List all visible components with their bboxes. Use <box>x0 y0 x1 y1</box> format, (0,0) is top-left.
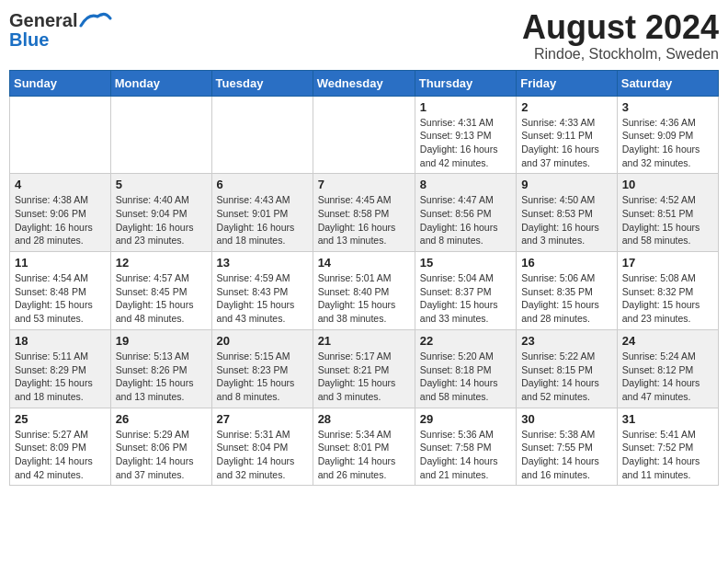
day-number: 18 <box>15 334 106 348</box>
day-info: Sunrise: 5:06 AM Sunset: 8:35 PM Dayligh… <box>521 271 612 326</box>
day-number: 22 <box>420 334 511 348</box>
day-number: 4 <box>15 178 106 191</box>
calendar-cell: 20Sunrise: 5:15 AM Sunset: 8:23 PM Dayli… <box>211 329 313 408</box>
day-info: Sunrise: 4:36 AM Sunset: 9:09 PM Dayligh… <box>622 116 713 170</box>
calendar-cell: 23Sunrise: 5:22 AM Sunset: 8:15 PM Dayli… <box>517 329 618 408</box>
calendar-cell: 8Sunrise: 4:47 AM Sunset: 8:56 PM Daylig… <box>415 174 516 252</box>
day-info: Sunrise: 5:22 AM Sunset: 8:15 PM Dayligh… <box>521 350 612 404</box>
day-number: 1 <box>420 100 511 114</box>
calendar-cell: 29Sunrise: 5:36 AM Sunset: 7:58 PM Dayli… <box>415 408 516 486</box>
calendar-cell <box>211 96 313 174</box>
day-info: Sunrise: 4:54 AM Sunset: 8:48 PM Dayligh… <box>15 271 106 326</box>
main-title: August 2024 <box>522 9 719 46</box>
calendar-cell: 22Sunrise: 5:20 AM Sunset: 8:18 PM Dayli… <box>415 329 516 408</box>
calendar-cell: 16Sunrise: 5:06 AM Sunset: 8:35 PM Dayli… <box>517 252 618 330</box>
calendar-table: SundayMondayTuesdayWednesdayThursdayFrid… <box>9 70 719 487</box>
day-number: 3 <box>622 100 713 114</box>
day-info: Sunrise: 5:01 AM Sunset: 8:40 PM Dayligh… <box>318 271 410 326</box>
day-info: Sunrise: 4:43 AM Sunset: 9:01 PM Dayligh… <box>217 193 308 247</box>
day-number: 15 <box>420 256 511 270</box>
calendar-cell: 31Sunrise: 5:41 AM Sunset: 7:52 PM Dayli… <box>617 408 718 486</box>
day-number: 14 <box>318 256 410 270</box>
calendar-header-friday: Friday <box>517 70 618 96</box>
calendar-cell: 26Sunrise: 5:29 AM Sunset: 8:06 PM Dayli… <box>110 408 211 486</box>
day-info: Sunrise: 5:20 AM Sunset: 8:18 PM Dayligh… <box>420 350 511 404</box>
calendar-cell: 5Sunrise: 4:40 AM Sunset: 9:04 PM Daylig… <box>110 174 211 252</box>
day-info: Sunrise: 4:38 AM Sunset: 9:06 PM Dayligh… <box>15 193 106 247</box>
day-info: Sunrise: 5:34 AM Sunset: 8:01 PM Dayligh… <box>318 428 410 482</box>
calendar-cell: 14Sunrise: 5:01 AM Sunset: 8:40 PM Dayli… <box>313 252 415 330</box>
calendar-cell: 2Sunrise: 4:33 AM Sunset: 9:11 PM Daylig… <box>517 96 618 174</box>
day-info: Sunrise: 5:15 AM Sunset: 8:23 PM Dayligh… <box>217 350 308 404</box>
day-number: 24 <box>622 334 713 348</box>
calendar-header-sunday: Sunday <box>10 70 111 96</box>
calendar-cell: 6Sunrise: 4:43 AM Sunset: 9:01 PM Daylig… <box>211 174 313 252</box>
calendar-cell: 15Sunrise: 5:04 AM Sunset: 8:37 PM Dayli… <box>415 252 516 330</box>
day-number: 16 <box>521 256 612 270</box>
day-info: Sunrise: 4:45 AM Sunset: 8:58 PM Dayligh… <box>318 193 410 247</box>
calendar-cell: 27Sunrise: 5:31 AM Sunset: 8:04 PM Dayli… <box>211 408 313 486</box>
calendar-cell: 11Sunrise: 4:54 AM Sunset: 8:48 PM Dayli… <box>10 252 111 330</box>
logo-text-general: General <box>9 10 77 31</box>
day-info: Sunrise: 5:31 AM Sunset: 8:04 PM Dayligh… <box>217 428 308 482</box>
day-info: Sunrise: 4:47 AM Sunset: 8:56 PM Dayligh… <box>420 193 511 247</box>
day-info: Sunrise: 4:40 AM Sunset: 9:04 PM Dayligh… <box>116 193 207 247</box>
calendar-cell <box>10 96 111 174</box>
calendar-cell: 3Sunrise: 4:36 AM Sunset: 9:09 PM Daylig… <box>617 96 718 174</box>
calendar-week-row: 1Sunrise: 4:31 AM Sunset: 9:13 PM Daylig… <box>10 96 719 174</box>
calendar-cell: 17Sunrise: 5:08 AM Sunset: 8:32 PM Dayli… <box>617 252 718 330</box>
day-number: 10 <box>622 178 713 191</box>
day-number: 29 <box>420 412 511 426</box>
calendar-cell: 1Sunrise: 4:31 AM Sunset: 9:13 PM Daylig… <box>415 96 516 174</box>
calendar-cell: 24Sunrise: 5:24 AM Sunset: 8:12 PM Dayli… <box>617 329 718 408</box>
day-number: 7 <box>318 178 410 191</box>
calendar-header-saturday: Saturday <box>617 70 718 96</box>
day-info: Sunrise: 5:27 AM Sunset: 8:09 PM Dayligh… <box>15 428 106 482</box>
logo-text-blue: Blue <box>9 29 49 51</box>
day-number: 23 <box>521 334 612 348</box>
day-number: 21 <box>318 334 410 348</box>
calendar-cell: 30Sunrise: 5:38 AM Sunset: 7:55 PM Dayli… <box>517 408 618 486</box>
day-info: Sunrise: 4:57 AM Sunset: 8:45 PM Dayligh… <box>116 271 207 326</box>
day-number: 13 <box>217 256 308 270</box>
day-info: Sunrise: 5:08 AM Sunset: 8:32 PM Dayligh… <box>622 271 713 326</box>
day-number: 28 <box>318 412 410 426</box>
calendar-week-row: 11Sunrise: 4:54 AM Sunset: 8:48 PM Dayli… <box>10 252 719 330</box>
calendar-cell: 13Sunrise: 4:59 AM Sunset: 8:43 PM Dayli… <box>211 252 313 330</box>
calendar-header-tuesday: Tuesday <box>211 70 313 96</box>
day-info: Sunrise: 4:59 AM Sunset: 8:43 PM Dayligh… <box>217 271 308 326</box>
subtitle: Rindoe, Stockholm, Sweden <box>522 46 719 63</box>
day-info: Sunrise: 5:11 AM Sunset: 8:29 PM Dayligh… <box>15 350 106 404</box>
day-info: Sunrise: 4:33 AM Sunset: 9:11 PM Dayligh… <box>521 116 612 170</box>
day-info: Sunrise: 5:04 AM Sunset: 8:37 PM Dayligh… <box>420 271 511 326</box>
day-info: Sunrise: 4:50 AM Sunset: 8:53 PM Dayligh… <box>521 193 612 247</box>
day-number: 30 <box>521 412 612 426</box>
day-info: Sunrise: 5:36 AM Sunset: 7:58 PM Dayligh… <box>420 428 511 482</box>
calendar-header-wednesday: Wednesday <box>313 70 415 96</box>
day-info: Sunrise: 5:38 AM Sunset: 7:55 PM Dayligh… <box>521 428 612 482</box>
day-number: 2 <box>521 100 612 114</box>
calendar-week-row: 18Sunrise: 5:11 AM Sunset: 8:29 PM Dayli… <box>10 329 719 408</box>
day-number: 27 <box>217 412 308 426</box>
day-number: 6 <box>217 178 308 191</box>
day-number: 25 <box>15 412 106 426</box>
day-number: 12 <box>116 256 207 270</box>
calendar-cell: 18Sunrise: 5:11 AM Sunset: 8:29 PM Dayli… <box>10 329 111 408</box>
day-number: 5 <box>116 178 207 191</box>
day-number: 11 <box>15 256 106 270</box>
calendar-cell: 10Sunrise: 4:52 AM Sunset: 8:51 PM Dayli… <box>617 174 718 252</box>
day-info: Sunrise: 5:13 AM Sunset: 8:26 PM Dayligh… <box>116 350 207 404</box>
day-info: Sunrise: 5:17 AM Sunset: 8:21 PM Dayligh… <box>318 350 410 404</box>
title-area: August 2024 Rindoe, Stockholm, Sweden <box>522 9 719 63</box>
header: General Blue August 2024 Rindoe, Stockho… <box>9 9 719 63</box>
day-info: Sunrise: 5:24 AM Sunset: 8:12 PM Dayligh… <box>622 350 713 404</box>
day-info: Sunrise: 5:29 AM Sunset: 8:06 PM Dayligh… <box>116 428 207 482</box>
calendar-header-thursday: Thursday <box>415 70 516 96</box>
day-number: 31 <box>622 412 713 426</box>
day-info: Sunrise: 4:52 AM Sunset: 8:51 PM Dayligh… <box>622 193 713 247</box>
calendar-cell: 9Sunrise: 4:50 AM Sunset: 8:53 PM Daylig… <box>517 174 618 252</box>
calendar-cell: 12Sunrise: 4:57 AM Sunset: 8:45 PM Dayli… <box>110 252 211 330</box>
logo: General Blue <box>9 9 112 51</box>
calendar-cell <box>110 96 211 174</box>
day-number: 20 <box>217 334 308 348</box>
